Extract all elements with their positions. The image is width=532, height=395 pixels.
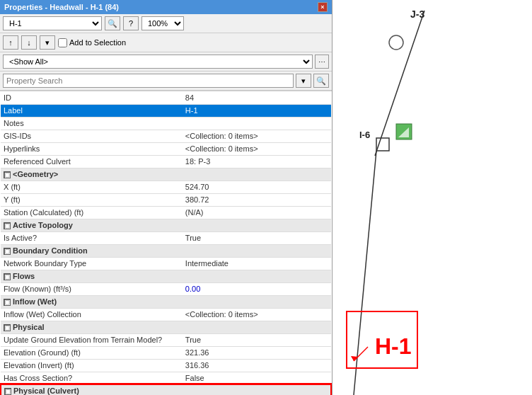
show-all-dropdown[interactable]: <Show All> [3, 55, 313, 69]
property-label: Label [1, 104, 183, 117]
property-value: True [183, 333, 331, 346]
table-row[interactable]: ▣<Geometry> [1, 168, 331, 181]
property-label: X (ft) [1, 181, 183, 193]
section-collapse-icon[interactable]: ▣ [4, 273, 11, 280]
table-row[interactable]: Flow (Known) (ft³/s)0.00 [1, 282, 331, 295]
property-label: Flow (Known) (ft³/s) [1, 282, 183, 295]
options-icon: ▾ [45, 38, 50, 47]
search-execute-button[interactable]: 🔍 [313, 74, 329, 88]
entity-dropdown[interactable]: H-1 [3, 16, 102, 30]
table-row[interactable]: ▣Active Topology [1, 219, 331, 231]
j3-circle [389, 35, 403, 50]
properties-panel: Properties - Headwall - H-1 (84) × H-1 🔍… [0, 0, 332, 395]
magnifier-icon: 🔍 [108, 19, 117, 28]
add-to-selection-label: Add to Selection [58, 38, 126, 47]
zoom-dropdown[interactable]: 100% 75% 125% [141, 16, 184, 30]
forward-button[interactable]: ↓ [21, 35, 37, 50]
table-row[interactable]: Elevation (Ground) (ft)321.36 [1, 346, 331, 359]
title-bar: Properties - Headwall - H-1 (84) × [0, 0, 332, 14]
property-label: Notes [1, 117, 183, 130]
table-row[interactable]: Elevation (Invert) (ft)316.36 [1, 359, 331, 372]
property-label: Update Ground Elevation from Terrain Mod… [1, 333, 183, 346]
property-value: 380.72 [183, 193, 331, 206]
property-label: GIS-IDs [1, 130, 183, 142]
property-label: ▣Physical [1, 321, 331, 333]
table-row[interactable]: Y (ft)380.72 [1, 193, 331, 206]
cad-panel: J-3 I-6 H-1 [332, 0, 532, 395]
cad-canvas: J-3 I-6 H-1 [332, 0, 532, 395]
table-row[interactable]: X (ft)524.70 [1, 181, 331, 193]
help-button[interactable]: ? [123, 16, 139, 30]
table-row[interactable]: GIS-IDs<Collection: 0 items> [1, 130, 331, 142]
property-label: ▣Physical (Culvert) [1, 384, 331, 395]
property-label: Elevation (Ground) (ft) [1, 346, 183, 359]
property-value: 0.00 [183, 282, 331, 295]
forward-icon: ↓ [27, 38, 31, 47]
property-value: True [183, 231, 331, 244]
property-label: ▣Active Topology [1, 219, 331, 231]
search-icon: 🔍 [316, 76, 326, 86]
window-title: Properties - Headwall - H-1 (84) [4, 3, 119, 11]
toolbar-row1: H-1 🔍 ? 100% 75% 125% [0, 14, 332, 33]
table-row[interactable]: ▣Physical [1, 321, 331, 333]
search-dropdown-button[interactable]: ▾ [296, 74, 311, 88]
section-collapse-icon[interactable]: ▣ [4, 248, 11, 255]
property-label: ▣Inflow (Wet) [1, 295, 331, 308]
table-row[interactable]: Referenced Culvert18: P-3 [1, 155, 331, 168]
table-row[interactable]: ID84 [1, 91, 331, 104]
property-search-input[interactable] [3, 74, 294, 88]
section-collapse-icon[interactable]: ▣ [4, 171, 11, 178]
table-row[interactable]: Has Cross Section?False [1, 372, 331, 384]
property-label: Hyperlinks [1, 142, 183, 155]
toolbar-row2: ↑ ↓ ▾ Add to Selection [0, 33, 332, 52]
table-row[interactable]: Inflow (Wet) Collection<Collection: 0 it… [1, 308, 331, 321]
table-row[interactable]: Station (Calculated) (ft)(N/A) [1, 206, 331, 219]
property-value: <Collection: 0 items> [183, 308, 331, 321]
table-row[interactable]: ▣Boundary Condition [1, 244, 331, 257]
property-label: ▣Flows [1, 270, 331, 282]
property-label: Station (Calculated) (ft) [1, 206, 183, 219]
properties-container: ID84LabelH-1NotesGIS-IDs<Collection: 0 i… [0, 91, 332, 395]
help-icon: ? [129, 19, 133, 28]
search-row: ▾ 🔍 [0, 71, 332, 91]
property-value: (N/A) [183, 206, 331, 219]
search-chevron-icon: ▾ [301, 76, 306, 86]
close-button[interactable]: × [318, 2, 328, 12]
property-value: False [183, 372, 331, 384]
property-label: ▣<Geometry> [1, 168, 331, 181]
section-collapse-icon[interactable]: ▣ [4, 222, 11, 229]
options-button[interactable]: ▾ [40, 35, 55, 50]
property-label: Network Boundary Type [1, 257, 183, 270]
property-value: <Collection: 0 items> [183, 130, 331, 142]
table-row[interactable]: Is Active?True [1, 231, 331, 244]
property-label: Elevation (Invert) (ft) [1, 359, 183, 372]
show-all-row: <Show All> ⋯ [0, 52, 332, 71]
section-collapse-icon[interactable]: ▣ [4, 324, 11, 331]
add-to-selection-checkbox[interactable] [58, 38, 67, 47]
table-row[interactable]: LabelH-1 [1, 104, 331, 117]
i6-label: I-6 [359, 130, 370, 140]
property-label: ID [1, 91, 183, 104]
table-row[interactable]: Update Ground Elevation from Terrain Mod… [1, 333, 331, 346]
table-row[interactable]: Hyperlinks<Collection: 0 items> [1, 142, 331, 155]
property-value: 84 [183, 91, 331, 104]
table-row[interactable]: ▣Flows [1, 270, 331, 282]
back-button[interactable]: ↑ [3, 35, 18, 50]
section-collapse-icon[interactable]: ▣ [4, 388, 11, 395]
table-row[interactable]: Notes [1, 117, 331, 130]
table-row[interactable]: Network Boundary TypeIntermediate [1, 257, 331, 270]
property-value: 316.36 [183, 359, 331, 372]
filter-button[interactable]: ⋯ [315, 55, 329, 69]
h1-label: H-1 [375, 333, 412, 359]
property-value: 524.70 [183, 181, 331, 193]
property-label: Inflow (Wet) Collection [1, 308, 183, 321]
section-collapse-icon[interactable]: ▣ [4, 299, 11, 306]
property-label: Referenced Culvert [1, 155, 183, 168]
search-properties-button[interactable]: 🔍 [105, 16, 120, 30]
property-value [183, 117, 331, 130]
j3-label: J-3 [410, 8, 424, 20]
table-row[interactable]: ▣Physical (Culvert) [1, 384, 331, 395]
table-row[interactable]: ▣Inflow (Wet) [1, 295, 331, 308]
property-value: 18: P-3 [183, 155, 331, 168]
filter-icon: ⋯ [318, 58, 325, 66]
